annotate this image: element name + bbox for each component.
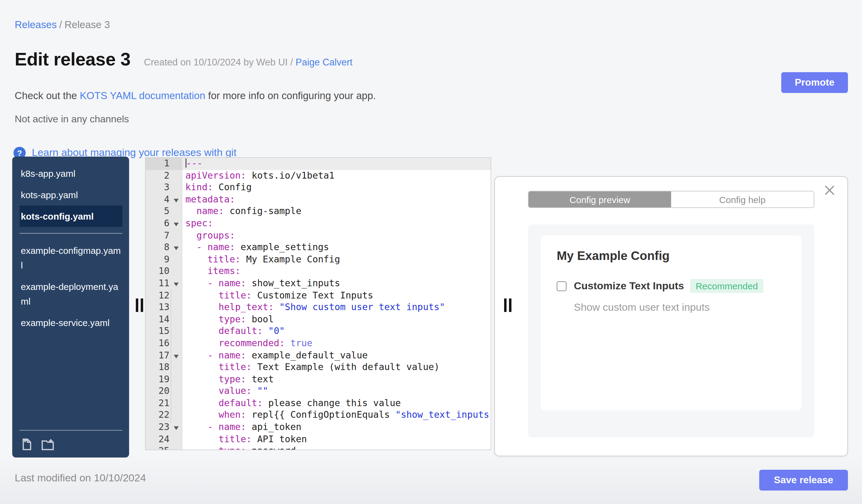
code-text: - name: api_token	[182, 422, 491, 433]
fold-arrow-icon[interactable]	[174, 355, 179, 358]
breadcrumb-separator: /	[59, 19, 62, 30]
fold-arrow-icon[interactable]	[174, 426, 179, 430]
code-text: - name: example_settings	[182, 242, 491, 253]
pane-resize-handle-left[interactable]	[136, 299, 144, 312]
fold-arrow-icon[interactable]	[174, 247, 179, 250]
sidebar-file-kots-app.yaml[interactable]: kots-app.yaml	[19, 184, 122, 205]
sidebar-file-example-service.yaml[interactable]: example-service.yaml	[19, 312, 122, 333]
breadcrumb: Releases/Release 3	[15, 19, 110, 30]
editor-line-24: 24 title: API token	[146, 433, 491, 445]
editor-line-3: 3kind: Config	[146, 182, 491, 194]
tab-config-preview[interactable]: Config preview	[528, 191, 671, 207]
code-text: kind: Config	[182, 182, 491, 194]
config-item-help-text: Show custom user text inputs	[557, 302, 785, 314]
config-group-title: My Example Config	[557, 249, 785, 263]
line-number: 24	[146, 433, 182, 445]
code-text: when: repl{{ ConfigOptionEquals "show_te…	[182, 410, 491, 422]
yaml-code-editor[interactable]: 1---2apiVersion: kots.io/v1beta13kind: C…	[145, 157, 491, 450]
code-text: spec:	[182, 218, 491, 230]
code-text: default: "0"	[182, 326, 491, 337]
fold-arrow-icon[interactable]	[174, 223, 179, 226]
editor-line-14: 14 type: bool	[146, 314, 491, 326]
code-text: help_text: "Show custom user text inputs…	[182, 302, 491, 314]
editor-line-12: 12 title: Customize Text Inputs	[146, 290, 491, 302]
line-number: 5	[146, 206, 182, 218]
editor-line-13: 13 help_text: "Show custom user text inp…	[146, 302, 491, 314]
editor-line-5: 5 name: config-sample	[146, 206, 491, 218]
close-icon[interactable]	[824, 185, 835, 196]
config-item-label: Customize Text Inputs	[574, 280, 684, 292]
editor-line-8: 8 - name: example_settings	[146, 242, 491, 253]
line-number: 13	[146, 302, 182, 314]
sidebar-file-k8s-app.yaml[interactable]: k8s-app.yaml	[19, 163, 122, 184]
breadcrumb-current: Release 3	[65, 19, 110, 30]
release-editor-page: Releases/Release 3 Edit release 3 Create…	[0, 0, 862, 504]
preview-tabbar: Config previewConfig help	[528, 191, 814, 208]
line-number: 15	[146, 326, 182, 337]
customize-text-inputs-checkbox[interactable]	[557, 281, 566, 291]
new-file-icon[interactable]	[20, 438, 34, 451]
line-number: 1	[146, 158, 182, 170]
code-text: items:	[182, 266, 491, 278]
editor-line-1: 1---	[146, 158, 491, 170]
file-group-divider	[19, 233, 122, 234]
code-text: type: password	[182, 446, 491, 450]
line-number: 3	[146, 182, 182, 194]
editor-line-6: 6spec:	[146, 218, 491, 230]
line-number: 18	[146, 361, 182, 373]
editor-line-15: 15 default: "0"	[146, 326, 491, 337]
line-number: 11	[146, 278, 182, 290]
editor-line-11: 11 - name: show_text_inputs	[146, 278, 491, 290]
code-text: default: please change this value	[182, 398, 491, 410]
sidebar-bottom-divider	[19, 430, 122, 430]
code-text: type: text	[182, 373, 491, 385]
config-preview-panel: Config previewConfig help My Example Con…	[494, 176, 848, 456]
sidebar-file-example-deployment.yaml[interactable]: example-deployment.yaml	[19, 276, 122, 312]
editor-line-19: 19 type: text	[146, 373, 491, 385]
sidebar-file-kots-config.yaml[interactable]: kots-config.yaml	[19, 205, 122, 227]
fold-arrow-icon[interactable]	[174, 199, 179, 202]
save-release-button[interactable]: Save release	[759, 470, 848, 491]
kots-yaml-docs-link[interactable]: KOTS YAML documentation	[80, 90, 205, 101]
line-number: 6	[146, 218, 182, 230]
code-text: ---	[182, 158, 491, 170]
breadcrumb-releases-link[interactable]: Releases	[15, 19, 57, 30]
created-on-text: Created on 10/10/2024 by Web UI / Paige …	[144, 57, 353, 68]
editor-line-18: 18 title: Text Example (with default val…	[146, 361, 491, 373]
workspace: k8s-app.yamlkots-app.yamlkots-config.yam…	[12, 157, 848, 457]
line-number: 23	[146, 422, 182, 433]
sidebar-file-example-configmap.yaml[interactable]: example-configmap.yaml	[19, 240, 122, 276]
editor-line-2: 2apiVersion: kots.io/v1beta1	[146, 170, 491, 182]
line-number: 20	[146, 386, 182, 398]
code-text: title: My Example Config	[182, 254, 491, 266]
author-link[interactable]: Paige Calvert	[296, 57, 352, 67]
last-modified-text: Last modified on 10/10/2024	[15, 472, 146, 485]
code-text: - name: example_default_value	[182, 349, 491, 361]
editor-line-9: 9 title: My Example Config	[146, 254, 491, 266]
code-text: - name: show_text_inputs	[182, 278, 491, 290]
code-text: type: bool	[182, 314, 491, 326]
editor-line-22: 22 when: repl{{ ConfigOptionEquals "show…	[146, 410, 491, 422]
code-text: recommended: true	[182, 337, 491, 349]
tab-config-help[interactable]: Config help	[671, 191, 814, 207]
line-number: 9	[146, 254, 182, 266]
line-number: 22	[146, 410, 182, 422]
code-text: metadata:	[182, 194, 491, 206]
new-folder-icon[interactable]	[41, 438, 54, 451]
editor-line-7: 7 groups:	[146, 230, 491, 242]
code-text: apiVersion: kots.io/v1beta1	[182, 170, 491, 182]
line-number: 4	[146, 194, 182, 206]
code-text: name: config-sample	[182, 206, 491, 218]
config-render-area: My Example Config Customize Text Inputs …	[528, 225, 814, 437]
line-number: 2	[146, 170, 182, 182]
editor-line-10: 10 items:	[146, 266, 491, 278]
line-number: 21	[146, 398, 182, 410]
promote-button[interactable]: Promote	[781, 72, 848, 93]
editor-line-20: 20 value: ""	[146, 386, 491, 398]
fold-arrow-icon[interactable]	[174, 282, 179, 286]
editor-line-4: 4metadata:	[146, 194, 491, 206]
pane-resize-handle-right[interactable]	[504, 299, 513, 312]
editor-line-23: 23 - name: api_token	[146, 422, 491, 433]
line-number: 8	[146, 242, 182, 253]
config-group-card: My Example Config Customize Text Inputs …	[541, 236, 801, 410]
